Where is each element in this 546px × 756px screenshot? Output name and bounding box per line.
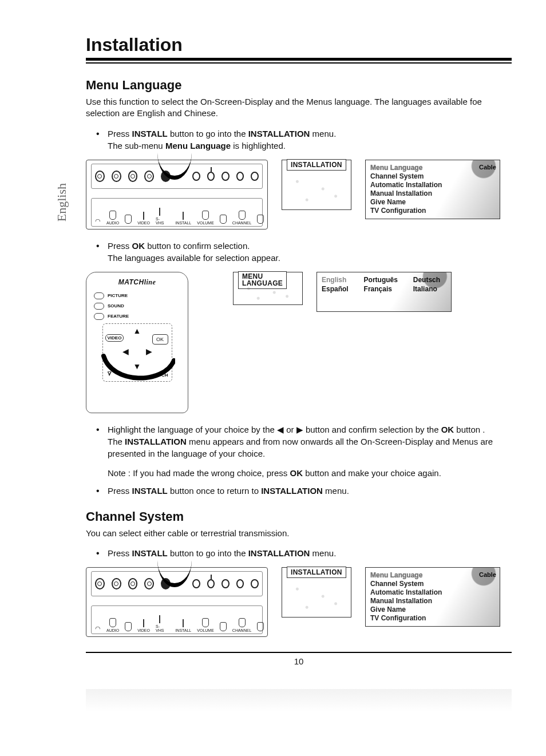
- step-press-ok: Press OK button to confirm selection. Th…: [86, 240, 512, 264]
- osd-tab-label: INSTALLATION: [287, 567, 346, 578]
- menu-item[interactable]: Menu Language: [370, 571, 496, 580]
- highlight-swoosh-icon: [101, 350, 175, 385]
- lang-option[interactable]: English: [322, 276, 356, 284]
- step-highlight-language: Highlight the language of your choice by…: [86, 423, 512, 479]
- side-language-tab: English: [54, 183, 69, 221]
- btn-audio[interactable]: AUDIO: [106, 628, 119, 632]
- headphone-icon: [95, 625, 101, 632]
- lang-option[interactable]: Português: [364, 276, 405, 284]
- menu-item[interactable]: Automatic Installation: [370, 588, 496, 597]
- lang-option[interactable]: Español: [322, 285, 356, 293]
- btn-volume[interactable]: VOLUME: [197, 221, 214, 225]
- remote-sound-button[interactable]: [94, 303, 104, 310]
- btn-video[interactable]: VIDEO: [137, 628, 150, 632]
- remote-picture-button[interactable]: [94, 292, 104, 299]
- remote-dpad[interactable]: VIDEO OK ▲ ▼ ◀ ▶ ⛛ CH: [102, 323, 172, 382]
- section-menu-language: Menu Language: [86, 78, 512, 93]
- remote-feature-button[interactable]: [94, 313, 104, 320]
- step-press-install: Press INSTALL button to go into the INST…: [86, 128, 512, 152]
- menu-item[interactable]: Give Name: [370, 198, 496, 207]
- remote-control: MATCHline PICTURE SOUND FEATURE VIDEO OK…: [86, 272, 188, 413]
- menu-item[interactable]: Channel System: [370, 580, 496, 588]
- btn-install[interactable]: INSTALL: [175, 221, 191, 225]
- left-arrow-icon: ◀: [277, 425, 284, 434]
- remote-ok-button[interactable]: OK: [152, 334, 168, 345]
- remote-video-button[interactable]: VIDEO: [105, 334, 124, 342]
- btn-video[interactable]: VIDEO: [137, 221, 150, 225]
- lang-option[interactable]: Deutsch: [413, 276, 448, 284]
- menu-item[interactable]: Channel System: [370, 172, 496, 181]
- menu-language-intro: Use this function to select the On-Scree…: [86, 96, 512, 120]
- menu-item[interactable]: TV Configuration: [370, 614, 496, 623]
- page-title: Installation: [86, 34, 512, 61]
- tv-front-panel: AUDIO VIDEO S-VHS INSTALL VOLUME CHANNEL: [86, 567, 268, 637]
- step-cs-install: Press INSTALL button to go into the INST…: [86, 547, 512, 559]
- menu-right-value: Cable: [479, 164, 496, 171]
- lang-option[interactable]: Français: [364, 285, 405, 293]
- menu-item[interactable]: Manual Installation: [370, 189, 496, 198]
- installation-menu: Cable Menu Language Channel System Autom…: [365, 160, 500, 219]
- menu-item[interactable]: Menu Language: [370, 164, 496, 172]
- menu-item[interactable]: TV Configuration: [370, 207, 496, 215]
- step-return: Press INSTALL button once to return to I…: [86, 485, 512, 497]
- btn-channel[interactable]: CHANNEL: [232, 628, 251, 632]
- page-number: 10: [86, 652, 512, 666]
- osd-menu-language: MENULANGUAGE: [233, 272, 303, 305]
- menu-right-value: Cable: [479, 571, 496, 578]
- language-menu: English Português Deutsch Español França…: [316, 272, 452, 312]
- section-channel-system: Channel System: [86, 509, 512, 524]
- installation-menu: Cable Menu Language Channel System Autom…: [365, 567, 500, 627]
- headphone-icon: [95, 217, 101, 225]
- menu-item[interactable]: Give Name: [370, 605, 496, 614]
- lang-option[interactable]: Italiano: [413, 285, 448, 293]
- tv-front-panel: AUDIO VIDEO S-VHS INSTALL VOLUME CHANNEL: [86, 160, 268, 229]
- btn-volume[interactable]: VOLUME: [197, 628, 214, 632]
- btn-channel[interactable]: CHANNEL: [232, 221, 251, 225]
- osd-installation: INSTALLATION: [282, 160, 351, 210]
- btn-svhs[interactable]: S-VHS: [156, 624, 164, 632]
- btn-svhs[interactable]: S-VHS: [156, 217, 164, 225]
- btn-install[interactable]: INSTALL: [175, 628, 191, 632]
- menu-item[interactable]: Automatic Installation: [370, 181, 496, 189]
- btn-audio[interactable]: AUDIO: [106, 221, 119, 225]
- osd-tab-label: INSTALLATION: [287, 159, 346, 171]
- osd-installation: INSTALLATION: [282, 567, 351, 618]
- channel-system-intro: You can select either cable or terrestri…: [86, 528, 512, 539]
- right-arrow-icon: ▶: [296, 425, 303, 434]
- menu-item[interactable]: Manual Installation: [370, 597, 496, 605]
